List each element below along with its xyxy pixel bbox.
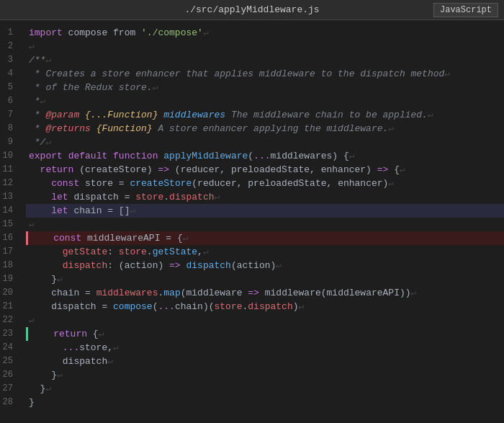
code-line-21: dispatch = compose(...chain)(store.dispa… <box>26 300 504 313</box>
ln-1: 1 <box>0 26 19 40</box>
ln-24: 24 <box>0 341 19 355</box>
language-badge: JavaScript <box>433 3 498 17</box>
code-line-6: *↵ <box>26 94 504 108</box>
ln-21: 21 <box>0 300 19 313</box>
line-numbers: 1 2 3 4 5 6 7 8 9 10 11 12 13 14 15 16 1… <box>0 20 26 419</box>
code-line-5: * of the Redux store.↵ <box>26 81 504 94</box>
ln-4: 4 <box>0 67 19 81</box>
code-line-26: }↵ <box>26 368 504 382</box>
ln-10: 10 <box>0 149 19 163</box>
ln-23: 23 <box>0 327 19 341</box>
code-line-28: } <box>26 396 504 409</box>
code-line-25: dispatch↵ <box>26 355 504 368</box>
code-line-1: import compose from './compose'↵ <box>26 26 504 40</box>
ln-6: 6 <box>0 94 19 108</box>
code-line-24: ...store,↵ <box>26 341 504 355</box>
code-line-10: export default function applyMiddleware(… <box>26 149 504 163</box>
code-line-15: ↵ <box>26 218 504 231</box>
ln-22: 22 <box>0 313 19 327</box>
ln-9: 9 <box>0 135 19 149</box>
ln-26: 26 <box>0 368 19 382</box>
ln-28: 28 <box>0 396 19 409</box>
code-line-16: const middlewareAPI = {↵ <box>26 231 504 245</box>
code-line-20: chain = middlewares.map(middleware => mi… <box>26 286 504 300</box>
ln-17: 17 <box>0 245 19 259</box>
ln-8: 8 <box>0 122 19 135</box>
code-line-12: const store = createStore(reducer, prelo… <box>26 177 504 190</box>
code-container: 1 2 3 4 5 6 7 8 9 10 11 12 13 14 15 16 1… <box>0 20 504 419</box>
code-line-22: ↵ <box>26 313 504 327</box>
code-line-17: getState: store.getState,↵ <box>26 245 504 259</box>
code-line-19: }↵ <box>26 272 504 286</box>
ln-3: 3 <box>0 53 19 67</box>
code-line-3: /**↵ <box>26 53 504 67</box>
ln-18: 18 <box>0 259 19 272</box>
code-line-11: return (createStore) => (reducer, preloa… <box>26 163 504 177</box>
code-line-7: * @param {...Function} middlewares The m… <box>26 108 504 122</box>
code-content: import compose from './compose'↵ ↵ /**↵ … <box>26 20 504 419</box>
ln-20: 20 <box>0 286 19 300</box>
code-line-18: dispatch: (action) => dispatch(action)↵ <box>26 259 504 272</box>
code-line-13: let dispatch = store.dispatch↵ <box>26 190 504 204</box>
ln-7: 7 <box>0 108 19 122</box>
ln-19: 19 <box>0 272 19 286</box>
ln-25: 25 <box>0 355 19 368</box>
ln-14: 14 <box>0 204 19 218</box>
ln-27: 27 <box>0 382 19 396</box>
file-title: ./src/applyMiddleware.js <box>184 4 319 15</box>
code-line-27: }↵ <box>26 382 504 396</box>
ln-12: 12 <box>0 177 19 190</box>
ln-2: 2 <box>0 40 19 53</box>
ln-16: 16 <box>0 231 19 245</box>
title-bar: ./src/applyMiddleware.js JavaScript <box>0 0 504 20</box>
code-line-8: * @returns {Function} A store enhancer a… <box>26 122 504 135</box>
code-line-4: * Creates a store enhancer that applies … <box>26 67 504 81</box>
ln-5: 5 <box>0 81 19 94</box>
ln-15: 15 <box>0 218 19 231</box>
ln-11: 11 <box>0 163 19 177</box>
code-line-9: */↵ <box>26 135 504 149</box>
ln-13: 13 <box>0 190 19 204</box>
code-line-2: ↵ <box>26 40 504 53</box>
code-line-23: return {↵ <box>26 327 504 341</box>
code-line-14: let chain = []↵ <box>26 204 504 218</box>
